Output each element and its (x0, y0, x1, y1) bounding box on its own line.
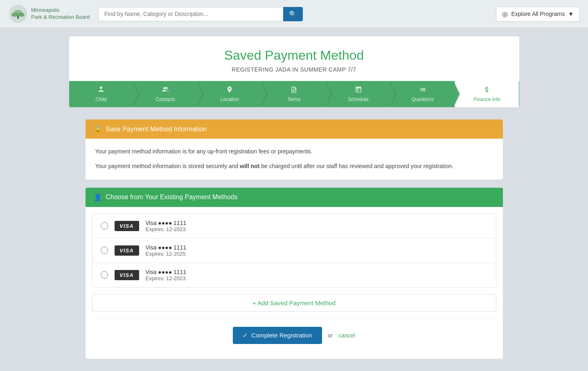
card-expiry-3: Expires: 12-2023 (146, 275, 187, 281)
page-card: Saved Payment Method REGISTERING JADA IN… (69, 36, 519, 107)
progress-steps: Child Contacts Location Te (69, 81, 519, 107)
card-expiry-2: Expires: 12-2025 (146, 251, 187, 257)
step-location-label: Location (221, 97, 239, 102)
cancel-link[interactable]: cancel (338, 332, 355, 339)
payment-radio-2[interactable] (101, 247, 108, 254)
step-child-label: Child (95, 97, 106, 102)
step-terms-label: Terms (287, 97, 301, 102)
explore-programs-button[interactable]: ◎ Explore All Programs ▼ (496, 7, 580, 22)
card-info-3: Visa ●●●● 1111 Expires: 12-2023 (146, 269, 187, 281)
save-payment-header: 🔒 Save Payment Method Information (86, 119, 503, 139)
checkmark-icon: ✓ (243, 332, 248, 339)
chevron-down-icon: ▼ (568, 11, 574, 17)
card-info-2: Visa ●●●● 1111 Expires: 12-2025 (146, 244, 187, 257)
lock-icon: 🔒 (94, 125, 102, 133)
child-icon (97, 86, 105, 95)
search-button[interactable]: 🔍 (283, 7, 303, 21)
logo-line1: Minneapolis (31, 7, 90, 14)
payment-methods-header: 👤 Choose from Your Existing Payment Meth… (86, 188, 503, 207)
save-text2-suffix: be charged until after our staff has rev… (259, 163, 453, 169)
step-questions[interactable]: Questions (390, 81, 455, 107)
svg-rect-4 (17, 16, 19, 19)
main-container: Saved Payment Method REGISTERING JADA IN… (69, 28, 519, 371)
save-payment-text1: Your payment method information is for a… (95, 147, 493, 157)
page-subtitle: REGISTERING JADA IN SUMMER CAMP 7/7 (77, 66, 511, 73)
add-payment-button[interactable]: + Add Saved Payment Method (92, 294, 496, 312)
page-header: Saved Payment Method REGISTERING JADA IN… (69, 36, 519, 81)
save-text2-prefix: Your payment method information is store… (95, 163, 240, 169)
step-finance-label: Finance Info (473, 97, 500, 102)
card-number-2: Visa ●●●● 1111 (146, 244, 187, 251)
explore-label: Explore All Programs (511, 11, 565, 17)
step-questions-label: Questions (412, 97, 434, 102)
save-payment-text2: Your payment method information is store… (95, 162, 493, 171)
step-terms[interactable]: Terms (262, 81, 326, 107)
page-title: Saved Payment Method (77, 48, 511, 63)
search-area: 🔍 (98, 7, 303, 21)
visa-badge-1: VISA (115, 221, 139, 231)
save-payment-card: 🔒 Save Payment Method Information Your p… (86, 119, 503, 180)
card-number-1: Visa ●●●● 1111 (146, 220, 187, 226)
card-number-3: Visa ●●●● 1111 (146, 269, 187, 275)
payment-item-2: VISA Visa ●●●● 1111 Expires: 12-2025 (92, 238, 496, 263)
card-expiry-1: Expires: 12-2023 (146, 226, 187, 232)
schedule-icon (355, 86, 362, 95)
or-text: or (328, 332, 333, 339)
site-logo-icon (8, 4, 28, 24)
card-info-1: Visa ●●●● 1111 Expires: 12-2023 (146, 220, 187, 232)
step-location[interactable]: Location (198, 81, 262, 107)
step-schedule-label: Schedule (348, 97, 369, 102)
svg-point-2 (11, 13, 18, 17)
svg-point-5 (100, 87, 102, 89)
payment-list: VISA Visa ●●●● 1111 Expires: 12-2023 VIS… (92, 214, 496, 288)
svg-point-6 (163, 87, 165, 89)
step-child[interactable]: Child (69, 81, 133, 107)
target-icon: ◎ (502, 10, 508, 18)
step-schedule[interactable]: Schedule (326, 81, 390, 107)
step-contacts-label: Contacts (156, 97, 175, 102)
content-area: 🔒 Save Payment Method Information Your p… (69, 107, 519, 371)
bottom-actions: ✓ Complete Registration or cancel (92, 318, 496, 352)
svg-point-7 (166, 87, 168, 89)
search-input[interactable] (98, 7, 283, 21)
location-icon (226, 86, 233, 95)
payment-radio-1[interactable] (101, 222, 108, 229)
save-payment-title: Save Payment Method Information (106, 126, 207, 133)
logo-area: Minneapolis Park & Recreation Board (8, 4, 90, 24)
complete-registration-button[interactable]: ✓ Complete Registration (233, 327, 322, 344)
logo-text: Minneapolis Park & Recreation Board (31, 7, 90, 21)
complete-label: Complete Registration (251, 332, 312, 339)
add-payment-label: + Add Saved Payment Method (252, 299, 336, 306)
payment-methods-title: Choose from Your Existing Payment Method… (106, 193, 238, 201)
contacts-icon (162, 86, 169, 95)
step-finance[interactable]: Finance Info (455, 81, 519, 107)
logo-line2: Park & Recreation Board (31, 14, 90, 21)
finance-icon (483, 86, 491, 95)
step-contacts[interactable]: Contacts (133, 81, 198, 107)
save-payment-body: Your payment method information is for a… (86, 139, 503, 180)
search-icon: 🔍 (289, 11, 297, 18)
payment-radio-3[interactable] (101, 271, 108, 279)
save-text2-bold: will not (240, 163, 259, 169)
terms-icon (290, 86, 297, 95)
payment-item-3: VISA Visa ●●●● 1111 Expires: 12-2023 (92, 263, 496, 287)
visa-badge-2: VISA (115, 245, 139, 256)
questions-icon (419, 86, 426, 95)
visa-badge-3: VISA (115, 270, 139, 280)
svg-point-3 (18, 13, 25, 17)
payment-methods-card: 👤 Choose from Your Existing Payment Meth… (86, 188, 503, 359)
payment-item-1: VISA Visa ●●●● 1111 Expires: 12-2023 (92, 214, 496, 238)
site-header: Minneapolis Park & Recreation Board 🔍 ◎ … (0, 0, 588, 28)
person-icon: 👤 (94, 193, 102, 201)
